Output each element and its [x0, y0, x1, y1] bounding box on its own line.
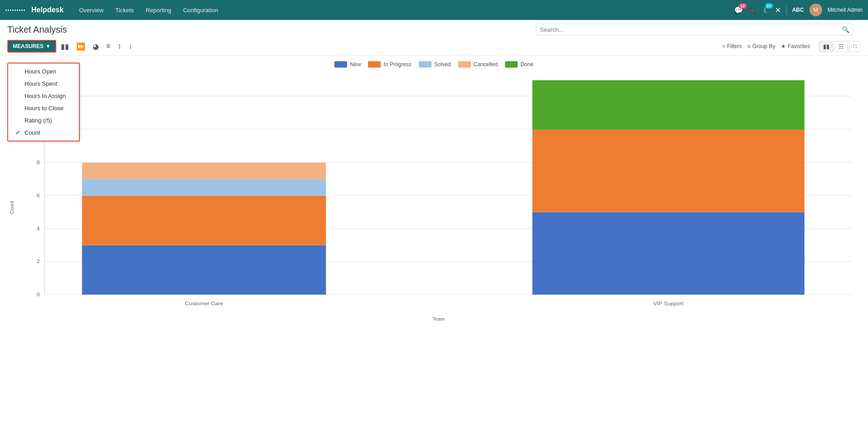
table-view-button[interactable]: ☷	[834, 41, 848, 52]
pivot-view-button[interactable]: ∷	[849, 41, 861, 52]
legend-in-progress: In Progress	[368, 61, 411, 68]
line-chart-icon[interactable]: ⏩	[74, 40, 88, 53]
measures-count[interactable]: ✓ Count	[8, 127, 79, 139]
svg-text:8: 8	[37, 159, 40, 165]
legend-color-solved	[419, 61, 432, 68]
x-label-cc: Customer Care	[185, 301, 223, 307]
measure-label-count: Count	[25, 129, 40, 136]
sort-asc-icon[interactable]: ↕	[115, 40, 124, 52]
phone-icon[interactable]: 📞	[749, 6, 758, 15]
bar-view-button[interactable]: ▮▮	[819, 41, 834, 52]
svg-text:0: 0	[37, 292, 40, 298]
apps-grid-icon[interactable]	[5, 10, 25, 11]
measure-label-hours-spent: Hours Spent	[25, 80, 57, 87]
top-navigation: Helpdesk Overview Tickets Reporting Conf…	[0, 0, 868, 20]
menu-tickets[interactable]: Tickets	[110, 0, 139, 20]
bar-vip-inprogress	[532, 130, 804, 212]
legend-label-in-progress: In Progress	[383, 61, 411, 68]
menu-overview[interactable]: Overview	[74, 0, 109, 20]
group-by-label: Group By	[752, 43, 775, 49]
measures-rating[interactable]: Rating (/5)	[8, 114, 79, 127]
chart-svg: 0 2 4 6 8 10 12	[16, 71, 861, 316]
measures-label: MEASURES	[13, 43, 44, 49]
moon-icon[interactable]: ☾ 23	[763, 6, 770, 15]
legend-label-done: Done	[520, 61, 534, 68]
top-menu: Overview Tickets Reporting Configuration	[74, 0, 731, 20]
bar-cc-solved	[82, 179, 326, 196]
search-bar[interactable]: 🔍	[536, 24, 853, 35]
brand-abbr: ABC	[792, 7, 804, 13]
svg-text:2: 2	[37, 259, 40, 264]
svg-text:4: 4	[37, 225, 40, 231]
bar-vip-done	[532, 80, 804, 130]
sort-desc-icon[interactable]: ↓	[126, 40, 135, 52]
favorites-button[interactable]: ★ Favorites	[781, 43, 810, 49]
measure-label-hours-open: Hours Open	[25, 68, 56, 75]
legend-color-done	[505, 61, 518, 68]
bar-cc-cancelled	[82, 163, 326, 179]
x-label-vip: VIP Support	[653, 301, 684, 307]
measures-hours-spent[interactable]: Hours Spent	[8, 78, 79, 90]
legend-solved: Solved	[419, 61, 451, 68]
filters-label: Filters	[727, 43, 742, 49]
chart-wrapper: Count 0	[7, 71, 861, 343]
measure-label-hours-to-assign: Hours to Assign	[25, 93, 66, 99]
chart-inner: 0 2 4 6 8 10 12	[16, 71, 861, 343]
moon-badge: 23	[765, 3, 773, 9]
measures-hours-open[interactable]: Hours Open	[8, 65, 79, 78]
legend-label-cancelled: Cancelled	[474, 61, 498, 68]
toolbar: MEASURES ▼ ▮▮ ⏩ ◕ ≡ ↕ ↓ ▿ Filters ≡ Grou…	[0, 37, 868, 56]
filters-button[interactable]: ▿ Filters	[722, 43, 742, 49]
legend-label-new: New	[350, 61, 361, 68]
measures-hours-to-assign[interactable]: Hours to Assign	[8, 90, 79, 102]
legend-color-cancelled	[458, 61, 471, 68]
measures-dropdown-arrow: ▼	[45, 43, 51, 49]
bar-vip-new	[532, 212, 804, 295]
chart-legend: New In Progress Solved Cancelled Done	[7, 56, 861, 71]
stack-icon[interactable]: ≡	[103, 40, 113, 52]
legend-cancelled: Cancelled	[458, 61, 498, 68]
measures-dropdown: Hours Open Hours Spent Hours to Assign H…	[7, 63, 80, 142]
chart-area: New In Progress Solved Cancelled Done Co…	[0, 56, 868, 343]
top-right-actions: 💬 12 📞 ☾ 23 ✕ ABC M Mitchell Admin	[734, 4, 863, 16]
search-input[interactable]	[540, 26, 842, 33]
group-by-icon: ≡	[747, 43, 750, 49]
favorites-label: Favorites	[788, 43, 810, 49]
filter-group: ▿ Filters ≡ Group By ★ Favorites	[722, 43, 810, 49]
bar-cc-new	[82, 245, 326, 295]
filter-icon: ▿	[722, 43, 725, 49]
bar-cc-inprogress	[82, 196, 326, 245]
group-by-button[interactable]: ≡ Group By	[747, 43, 775, 49]
page-header-row: Ticket Analysis 🔍	[0, 20, 868, 37]
page-title: Ticket Analysis	[7, 24, 67, 35]
menu-reporting[interactable]: Reporting	[140, 0, 177, 20]
measure-label-hours-to-close: Hours to Close	[25, 105, 64, 112]
legend-new: New	[334, 61, 361, 68]
chat-icon[interactable]: 💬 12	[734, 6, 743, 15]
legend-color-new	[334, 61, 347, 68]
legend-label-solved: Solved	[434, 61, 451, 68]
user-name: Mitchell Admin	[828, 7, 863, 13]
close-icon[interactable]: ✕	[775, 6, 781, 15]
chat-badge: 12	[739, 3, 747, 9]
star-icon: ★	[781, 43, 786, 49]
svg-text:6: 6	[37, 192, 40, 198]
avatar[interactable]: M	[809, 4, 822, 16]
bar-chart-icon[interactable]: ▮▮	[58, 40, 72, 53]
pie-chart-icon[interactable]: ◕	[90, 40, 102, 53]
app-brand[interactable]: Helpdesk	[31, 6, 64, 14]
legend-done: Done	[505, 61, 534, 68]
x-axis-title: Team	[16, 316, 861, 323]
measures-hours-to-close[interactable]: Hours to Close	[8, 102, 79, 114]
measures-button[interactable]: MEASURES ▼	[7, 40, 56, 53]
legend-color-in-progress	[368, 61, 381, 68]
menu-configuration[interactable]: Configuration	[177, 0, 223, 20]
search-icon[interactable]: 🔍	[842, 26, 849, 33]
measure-label-rating: Rating (/5)	[25, 117, 52, 124]
view-switcher: ▮▮ ☷ ∷	[819, 41, 861, 52]
checkmark-icon: ✓	[15, 129, 22, 136]
